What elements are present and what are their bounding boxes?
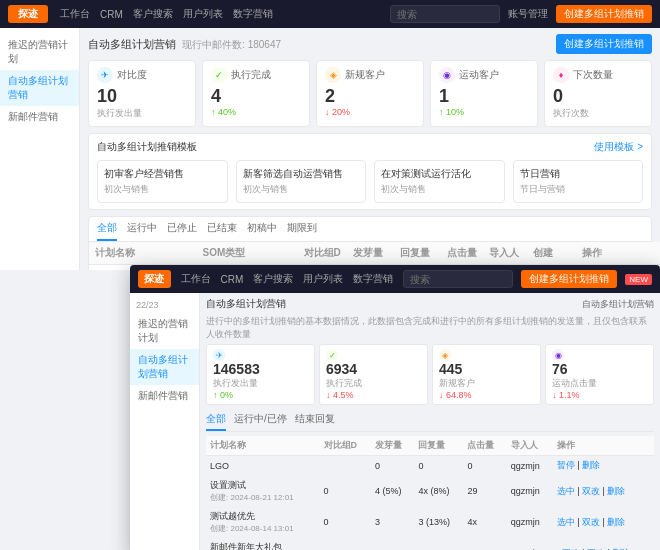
overlay-content-area: 22/23 推迟的营销计划 自动多组计划营销 新邮件营销 自动多组计划营销 自动… <box>130 293 660 550</box>
overlay-tab-running[interactable]: 运行中/已停 <box>234 409 287 431</box>
overlay-tab-all[interactable]: 全部 <box>206 409 226 431</box>
stat-label-2: 新规客户 <box>345 68 385 82</box>
overlay-table-row: 测试越优先 创建: 2024-08-14 13:01 0 3 3 (13%) 4… <box>206 507 654 538</box>
overlay-col-click: 点击量 <box>463 436 506 456</box>
stat-card-0: ✈ 对比度 10 执行发出量 <box>88 60 196 127</box>
quick-item-1[interactable]: 新客筛选自动运营销售 初次与销售 <box>236 160 367 203</box>
overlay-row-click-0: 0 <box>463 456 506 476</box>
sidebar-item-auto-multi[interactable]: 自动多组计划营销 <box>0 70 79 106</box>
page-title: 自动多组计划营销 <box>88 38 176 50</box>
tab-draft[interactable]: 初稿中 <box>247 217 277 241</box>
col-creator: 导入人 <box>483 242 527 265</box>
overlay-col-actions: 操作 <box>553 436 654 456</box>
create-plan-button[interactable]: 创建多组计划推销 <box>556 5 652 23</box>
nav-digital-marketing[interactable]: 数字营销 <box>233 7 273 21</box>
overlay-nav-workbench[interactable]: 工作台 <box>181 272 211 286</box>
stat-value-3: 1 <box>439 86 529 107</box>
overlay-active-plan: 自动多组计划营销 <box>582 298 654 311</box>
overlay-stat-label-3: 运动点击量 <box>552 377 647 390</box>
overlay-nav-search[interactable]: 客户搜索 <box>253 272 293 286</box>
create-button[interactable]: 创建多组计划推销 <box>556 34 652 54</box>
tab-expired[interactable]: 期限到 <box>287 217 317 241</box>
overlay-row-sent-3: 0 <box>371 538 414 550</box>
quick-item-0[interactable]: 初审客户经营销售 初次与销售 <box>97 160 228 203</box>
nav-crm[interactable]: CRM <box>100 9 123 20</box>
overlay-search-input[interactable] <box>403 270 513 288</box>
nav-user-list[interactable]: 用户列表 <box>183 7 223 21</box>
overlay-sidebar-delayed[interactable]: 推迟的营销计划 <box>130 313 199 349</box>
overlay-row-click-3: 0 <box>463 538 506 550</box>
overlay-stat-icon-2: ◈ <box>439 349 451 361</box>
quick-item-3[interactable]: 节日营销 节日与营销 <box>513 160 644 203</box>
content-area: 推迟的营销计划 自动多组计划营销 新邮件营销 自动多组计划营销 现行中邮件数: … <box>0 28 660 270</box>
quick-actions-link[interactable]: 使用模板 > <box>594 140 643 154</box>
quick-item-desc-1: 初次与销售 <box>243 183 360 196</box>
nav-workbench[interactable]: 工作台 <box>60 7 90 21</box>
sidebar-item-email[interactable]: 新邮件营销 <box>0 106 79 128</box>
overlay-stat-change-2: ↓ 64.8% <box>439 390 534 400</box>
overlay-stat-icon-0: ✈ <box>213 349 225 361</box>
tab-running[interactable]: 运行中 <box>127 217 157 241</box>
table-section: 全部 运行中 已停止 已结束 初稿中 期限到 计划名称 SOM类型 对比组D 发… <box>88 216 652 270</box>
overlay-row-name-3: 新邮件新年大礼包 创建: 2024-08-14 09:21 <box>206 538 320 550</box>
overlay-nav-marketing[interactable]: 数字营销 <box>353 272 393 286</box>
overlay-row-groups-2: 0 <box>320 507 371 538</box>
page-header: 自动多组计划营销 现行中邮件数: 180647 创建多组计划推销 <box>88 34 652 54</box>
overlay-row-sent-1: 4 (5%) <box>371 476 414 507</box>
overlay-stat-2: ◈ 445 新规客户 ↓ 64.8% <box>432 344 541 405</box>
overlay-nav: 探迹 工作台 CRM 客户搜索 用户列表 数字营销 创建多组计划推销 NEW <box>130 265 660 293</box>
overlay-nav-crm[interactable]: CRM <box>221 274 244 285</box>
overlay-stat-val-2: 445 <box>439 361 534 377</box>
overlay-date: 22/23 <box>130 297 199 313</box>
tab-stopped[interactable]: 已停止 <box>167 217 197 241</box>
quick-actions: 自动多组计划推销模板 使用模板 > 初审客户经营销售 初次与销售 新客筛选自动运… <box>88 133 652 210</box>
stat-icon-2: ◈ <box>325 67 341 83</box>
stat-label-3: 运动客户 <box>459 68 499 82</box>
stat-sub-0: 执行发出量 <box>97 107 187 120</box>
tab-ended[interactable]: 已结束 <box>207 217 237 241</box>
overlay-tab-ended[interactable]: 结束回复 <box>295 409 335 431</box>
stat-label-4: 下次数量 <box>573 68 613 82</box>
col-status: 创建 <box>527 242 576 265</box>
quick-item-title-0: 初审客户经营销售 <box>104 167 221 181</box>
overlay-stat-val-1: 6934 <box>326 361 421 377</box>
overlay-nav-users[interactable]: 用户列表 <box>303 272 343 286</box>
new-badge: NEW <box>625 274 652 285</box>
overlay-row-creator-2: qgzmjn <box>507 507 553 538</box>
quick-actions-title: 自动多组计划推销模板 使用模板 > <box>97 140 643 154</box>
quick-item-2[interactable]: 在对策测试运行活化 初次与销售 <box>374 160 505 203</box>
overlay-table-row: 新邮件新年大礼包 创建: 2024-08-14 09:21 0 0 0 0 qg… <box>206 538 654 550</box>
nav-search-input[interactable] <box>390 5 500 23</box>
overlay-create-btn[interactable]: 创建多组计划推销 <box>521 270 617 288</box>
sidebar-item-delayed[interactable]: 推迟的营销计划 <box>0 34 79 70</box>
nav-bar: 探迹 工作台 CRM 客户搜索 用户列表 数字营销 账号管理 创建多组计划推销 <box>0 0 660 28</box>
overlay-row-reply-2: 3 (13%) <box>414 507 463 538</box>
overlay-col-groups: 对比组D <box>320 436 371 456</box>
overlay-row-name-2: 测试越优先 创建: 2024-08-14 13:01 <box>206 507 320 538</box>
stat-card-4: ♦ 下次数量 0 执行次数 <box>544 60 652 127</box>
stat-icon-0: ✈ <box>97 67 113 83</box>
col-groups: 对比组D <box>298 242 347 265</box>
overlay-sidebar-auto[interactable]: 自动多组计划营销 <box>130 349 199 385</box>
nav-customer-search[interactable]: 客户搜索 <box>133 7 173 21</box>
overlay-sidebar-email[interactable]: 新邮件营销 <box>130 385 199 407</box>
overlay-stat-label-1: 执行完成 <box>326 377 421 390</box>
stat-icon-4: ♦ <box>553 67 569 83</box>
overlay-desc: 进行中的多组计划推销的基本数据情况，此数据包含完成和进行中的所有多组计划推销的发… <box>206 315 654 340</box>
nav-user[interactable]: 账号管理 <box>508 7 548 21</box>
sidebar: 推迟的营销计划 自动多组计划营销 新邮件营销 <box>0 28 80 270</box>
stat-sub-4: 执行次数 <box>553 107 643 120</box>
stat-change-1: ↑ 40% <box>211 107 301 117</box>
overlay-stat-1: ✓ 6934 执行完成 ↓ 4.5% <box>319 344 428 405</box>
overlay-col-reply: 回复量 <box>414 436 463 456</box>
quick-item-title-2: 在对策测试运行活化 <box>381 167 498 181</box>
stat-value-1: 4 <box>211 86 301 107</box>
nav-items: 工作台 CRM 客户搜索 用户列表 数字营销 <box>60 7 378 21</box>
overlay-window: 探迹 工作台 CRM 客户搜索 用户列表 数字营销 创建多组计划推销 NEW 2… <box>130 265 660 550</box>
tab-all[interactable]: 全部 <box>97 217 117 241</box>
main-window: 探迹 工作台 CRM 客户搜索 用户列表 数字营销 账号管理 创建多组计划推销 … <box>0 0 660 270</box>
overlay-row-creator-1: qgzmjn <box>507 476 553 507</box>
overlay-row-click-2: 4x <box>463 507 506 538</box>
overlay-row-name-0: LGO <box>206 456 320 476</box>
col-name: 计划名称 <box>89 242 197 265</box>
